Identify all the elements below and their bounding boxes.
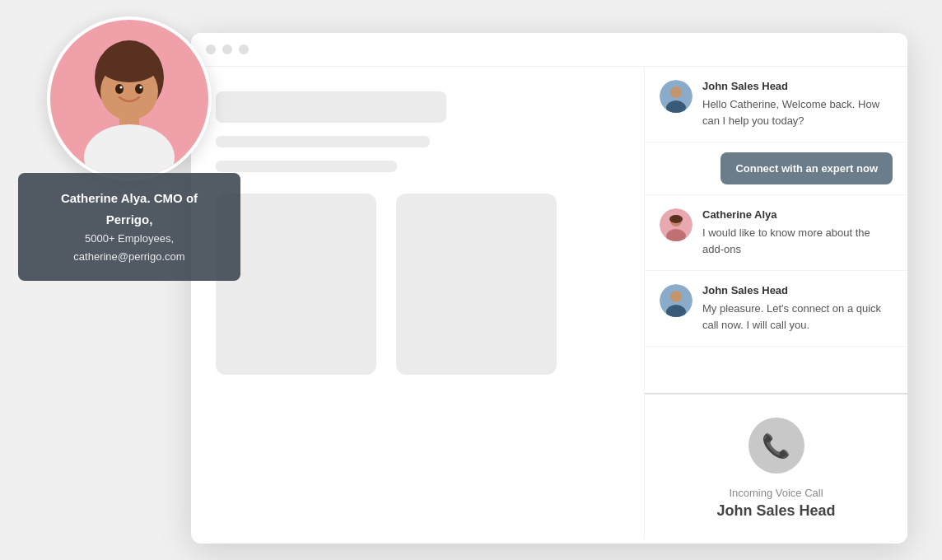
svg-point-6: [669, 215, 683, 223]
msg-sender-2: Catherine Alya: [702, 208, 893, 221]
svg-point-18: [140, 86, 142, 89]
msg-body-3: John Sales Head My pleasure. Let's conne…: [702, 284, 893, 333]
svg-point-8: [670, 291, 682, 302]
avatar-john-2: [660, 284, 693, 317]
call-icon-circle[interactable]: 📞: [748, 418, 804, 474]
msg-body-2: Catherine Alya I would like to know more…: [702, 208, 893, 257]
skeleton-cards: [216, 194, 619, 375]
connect-button-container: Connect with an expert now: [645, 142, 907, 195]
skeleton-line-2: [216, 161, 397, 172]
profile-overlay: Catherine Alya. CMO of Perrigo, 5000+ Em…: [18, 16, 240, 281]
avatar-catherine: [660, 208, 693, 241]
profile-employees: 5000+ Employees,: [36, 230, 222, 248]
chat-message-3: John Sales Head My pleasure. Let's conne…: [645, 271, 907, 347]
chat-panel: John Sales Head Hello Catherine, Welcome…: [644, 67, 907, 539]
phone-icon: 📞: [762, 432, 790, 460]
skeleton-header: [216, 91, 446, 123]
msg-text-3: My pleasure. Let's connect on a quick ca…: [702, 301, 893, 333]
msg-sender-1: John Sales Head: [702, 80, 893, 92]
profile-name: Catherine Alya. CMO of Perrigo,: [36, 188, 222, 230]
msg-text-2: I would like to know more about the add-…: [702, 225, 893, 257]
msg-body-1: John Sales Head Hello Catherine, Welcome…: [702, 80, 893, 128]
profile-info-card: Catherine Alya. CMO of Perrigo, 5000+ Em…: [18, 173, 240, 281]
incoming-label: Incoming Voice Call: [729, 487, 823, 499]
svg-point-14: [84, 124, 175, 178]
incoming-call-section: 📞 Incoming Voice Call John Sales Head: [645, 393, 907, 539]
content-area: [191, 67, 644, 539]
chat-message-2: Catherine Alya I would like to know more…: [645, 195, 907, 271]
msg-text-1: Hello Catherine, Welcome back. How can I…: [702, 96, 893, 128]
scene: John Sales Head Hello Catherine, Welcome…: [18, 16, 924, 544]
browser-toolbar: [191, 33, 907, 67]
skeleton-line-1: [216, 136, 430, 147]
browser-window: John Sales Head Hello Catherine, Welcome…: [191, 33, 907, 544]
connect-expert-button[interactable]: Connect with an expert now: [720, 152, 893, 184]
profile-email: catherine@perrigo.com: [36, 248, 222, 266]
profile-avatar: [47, 16, 212, 181]
svg-point-17: [120, 86, 123, 89]
svg-point-15: [115, 84, 124, 94]
svg-point-1: [670, 86, 682, 98]
skeleton-card-2: [396, 194, 557, 375]
browser-content: John Sales Head Hello Catherine, Welcome…: [191, 67, 907, 539]
svg-point-16: [135, 84, 143, 94]
caller-name: John Sales Head: [716, 502, 835, 520]
msg-sender-3: John Sales Head: [702, 284, 893, 296]
chat-message-1: John Sales Head Hello Catherine, Welcome…: [645, 67, 907, 142]
svg-point-12: [98, 46, 161, 82]
avatar-john-1: [660, 80, 693, 113]
